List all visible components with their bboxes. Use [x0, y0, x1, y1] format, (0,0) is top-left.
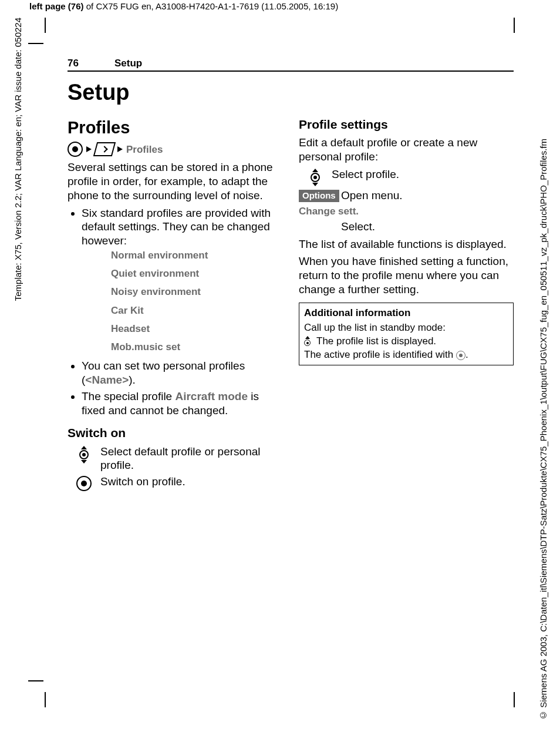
step-row: Select default profile or personal profi…: [68, 445, 282, 473]
crop-mark: [28, 680, 43, 681]
menu-card-icon: [93, 142, 116, 156]
info-heading: Additional information: [304, 307, 508, 319]
step-row: Select profile.: [299, 167, 514, 186]
step-text: Switch on profile.: [100, 475, 282, 491]
header-left-bold: left page (76): [29, 1, 84, 11]
center-key-icon: [76, 476, 92, 491]
step-row: Switch on profile.: [68, 475, 282, 491]
step-text: Select profile.: [332, 167, 514, 186]
print-header: left page (76) of CX75 FUG en, A31008-H7…: [29, 1, 338, 11]
step-text: Select default profile or personal profi…: [100, 445, 282, 473]
nav-path: Profiles: [68, 142, 282, 157]
active-profile-icon: [456, 351, 465, 360]
env-item: Quiet environment: [111, 267, 282, 280]
crop-mark: [45, 18, 46, 33]
left-column: Profiles Profiles Several settings can b…: [68, 113, 282, 493]
header-rest: of CX75 FUG en, A31008-H7420-A1-1-7619 (…: [84, 1, 339, 11]
nav-scroll-icon: [304, 336, 311, 346]
info-line: The active profile is identified with .: [304, 348, 508, 361]
template-info-left: Template: X75, Version 2.2; VAR Language…: [13, 18, 23, 301]
profiles-heading: Profiles: [68, 117, 282, 138]
crop-mark: [514, 692, 515, 707]
intro-text: Edit a default profile or create a new p…: [299, 136, 514, 164]
bullet-item: Six standard profiles are provided with …: [82, 206, 282, 354]
menu-key: Change sett.: [299, 205, 514, 217]
nav-scroll-icon: [79, 446, 89, 464]
step-row: Options Open menu.: [299, 189, 514, 203]
options-softkey: Options: [299, 190, 339, 202]
crop-mark: [45, 692, 46, 707]
intro-text: Several settings can be stored in a phon…: [68, 160, 282, 202]
info-line: Call up the list in standby mode:: [304, 321, 508, 334]
menu-key: <Name>: [85, 374, 129, 386]
crop-mark: [514, 18, 515, 33]
bullet-item: You can set two personal profiles (<Name…: [82, 359, 282, 387]
env-item: Mob.music set: [111, 341, 282, 353]
env-item: Headset: [111, 323, 282, 335]
section-name: Setup: [114, 58, 142, 69]
bullet-text: Six standard profiles are provided with …: [82, 207, 271, 247]
page-content: 76 Setup Setup Profiles Profiles Several…: [68, 58, 514, 493]
crop-mark: [28, 43, 43, 44]
arrow-right-icon: [86, 146, 92, 152]
info-text: The profile list is displayed.: [316, 335, 436, 347]
switch-on-heading: Switch on: [68, 425, 282, 441]
menu-key: Aircraft mode: [175, 390, 248, 402]
right-column: Profile settings Edit a default profile …: [299, 113, 514, 493]
step-row: Select.: [299, 220, 514, 234]
center-key-icon: [68, 142, 83, 157]
running-head: 76 Setup: [68, 58, 514, 72]
bullet-text: The special profile: [82, 390, 175, 402]
arrow-right-icon: [117, 146, 123, 152]
info-text: .: [465, 349, 468, 360]
step-text: Select.: [341, 220, 514, 234]
environment-list: Normal environment Quiet environment Noi…: [111, 249, 282, 354]
nav-label: Profiles: [126, 143, 163, 156]
step-text: Open menu.: [341, 189, 514, 203]
additional-info-box: Additional information Call up the list …: [299, 303, 514, 365]
page-title: Setup: [68, 80, 514, 105]
env-item: Car Kit: [111, 304, 282, 317]
env-item: Normal environment: [111, 249, 282, 261]
env-item: Noisy environment: [111, 286, 282, 298]
profile-settings-heading: Profile settings: [299, 117, 514, 132]
body-text: When you have finished setting a functio…: [299, 254, 514, 296]
info-line: The profile list is displayed.: [304, 335, 508, 347]
nav-scroll-icon: [311, 169, 320, 186]
bullet-text: ).: [129, 374, 136, 386]
body-text: The list of available functions is displ…: [299, 237, 514, 251]
bullet-item: The special profile Aircraft mode is fix…: [82, 389, 282, 418]
page-number: 76: [68, 58, 114, 69]
info-text: The active profile is identified with: [304, 349, 456, 360]
copyright-path-right: © Siemens AG 2003, C:\Daten_itl\Siemens\…: [538, 139, 548, 720]
